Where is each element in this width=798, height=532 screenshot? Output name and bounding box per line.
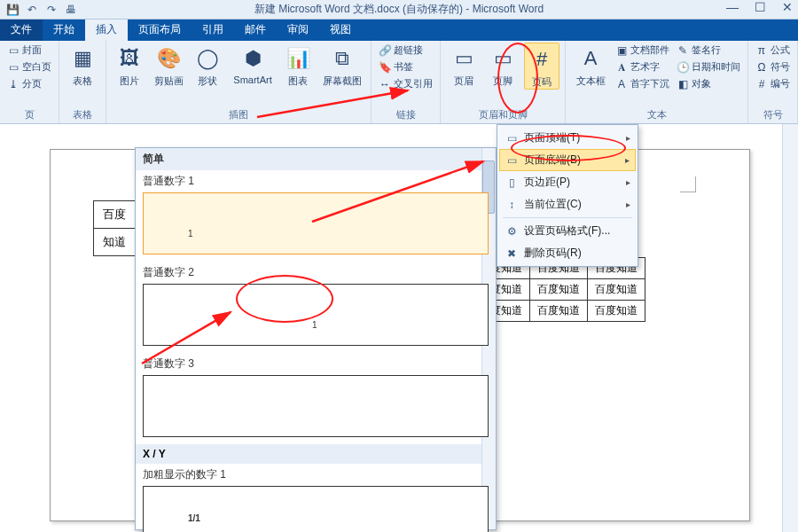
menu-label: 页面底端(B) (524, 153, 581, 168)
cover-page-label: 封面 (22, 43, 42, 57)
datetime-button[interactable]: 🕒日期和时间 (675, 59, 742, 74)
footer-label: 页脚 (485, 74, 520, 88)
ribbon-tabs: 文件 开始 插入 页面布局 引用 邮件 审阅 视图 (0, 20, 798, 41)
pictures-label: 图片 (112, 74, 147, 88)
shapes-button[interactable]: ◯形状 (190, 43, 225, 88)
table-cell: 百度知道 (588, 301, 645, 322)
chevron-right-icon: ▸ (626, 200, 630, 209)
dropcap-label: 首字下沉 (630, 77, 669, 90)
break-icon: ⤓ (7, 78, 20, 90)
blank-page-label: 空白页 (22, 60, 51, 74)
menu-label: 当前位置(C) (524, 197, 582, 212)
cover-page-button[interactable]: ▭封面 (5, 43, 53, 58)
preview-number: 1 (188, 229, 193, 239)
clipart-button[interactable]: 🎨剪贴画 (151, 43, 186, 88)
menu-label: 页面顶端(T) (524, 130, 580, 145)
table-cell: 百度 (94, 201, 136, 229)
number-label: 编号 (771, 77, 790, 90)
number-button[interactable]: #编号 (754, 76, 792, 91)
preview-number: 1 (312, 320, 317, 330)
page-number-icon: # (528, 45, 556, 74)
menu-label: 删除页码(R) (524, 246, 582, 261)
tab-file[interactable]: 文件 (0, 19, 43, 41)
margin-corner-mark (680, 176, 696, 192)
screenshot-button[interactable]: ⧉屏幕截图 (319, 43, 365, 88)
dropcap-button[interactable]: A首字下沉 (614, 76, 671, 91)
sigline-button[interactable]: ✎签名行 (675, 43, 742, 58)
smartart-label: SmartArt (229, 74, 277, 85)
tab-mailings[interactable]: 邮件 (234, 19, 277, 41)
page-break-button[interactable]: ⤓分页 (5, 76, 53, 91)
smartart-button[interactable]: ⬢SmartArt (229, 43, 277, 85)
gallery-item-label: 普通数字 1 (136, 170, 496, 191)
bookmark-button[interactable]: 🔖书签 (377, 59, 434, 74)
menu-remove-page-numbers[interactable]: ✖删除页码(R) (499, 242, 636, 264)
tab-review[interactable]: 审阅 (277, 19, 319, 41)
page-number-menu: ▭页面顶端(T)▸ ▭页面底端(B)▸ ▯页边距(P)▸ ↕当前位置(C)▸ ⚙… (497, 124, 638, 267)
gallery-item-plain-2[interactable]: 1 (143, 284, 489, 346)
table-cell: 百度知道 (588, 279, 645, 301)
footer-button[interactable]: ▭页脚 (485, 43, 520, 88)
menu-top-of-page[interactable]: ▭页面顶端(T)▸ (499, 127, 636, 149)
tab-view[interactable]: 视图 (319, 19, 362, 41)
gallery-item-bold-1[interactable]: 1/1 (143, 486, 489, 532)
gallery-item-plain-1[interactable]: 1 (143, 192, 489, 254)
close-button[interactable]: ✕ (782, 0, 793, 14)
page-number-label: 页码 (525, 75, 559, 89)
page-margin-icon: ▯ (505, 176, 519, 190)
menu-label: 设置页码格式(F)... (524, 223, 610, 239)
menu-label: 页边距(P) (524, 175, 570, 190)
gallery-item-label: 普通数字 2 (136, 262, 496, 282)
smartart-icon: ⬢ (239, 44, 267, 73)
group-header-footer-label: 页眉和页脚 (446, 106, 559, 123)
clipart-icon: 🎨 (154, 44, 183, 73)
page-number-button[interactable]: #页码 (524, 43, 559, 90)
title-bar: 💾 ↶ ↷ 🖶 新建 Microsoft Word 文档.docx (自动保存的… (0, 0, 798, 20)
menu-current-position[interactable]: ↕当前位置(C)▸ (499, 193, 636, 215)
object-icon: ◧ (677, 78, 689, 90)
blank-page-button[interactable]: ▭空白页 (5, 59, 53, 74)
pictures-button[interactable]: 🖼图片 (112, 43, 147, 88)
table-cell: 百度知道 (530, 301, 588, 322)
table-button[interactable]: ▦ 表格 (65, 43, 100, 88)
quickparts-label: 文档部件 (630, 43, 669, 57)
table-cell: 知道 (94, 229, 136, 256)
chevron-right-icon: ▸ (626, 133, 630, 143)
table-label: 表格 (65, 74, 100, 88)
chart-button[interactable]: 📊图表 (280, 43, 316, 88)
equation-button[interactable]: π公式 (754, 43, 792, 58)
chart-label: 图表 (280, 74, 316, 88)
crossref-label: 交叉引用 (394, 77, 433, 90)
tab-references[interactable]: 引用 (192, 19, 234, 41)
wordart-button[interactable]: 𝐀艺术字 (614, 59, 671, 74)
gallery-item-label: 加粗显示的数字 1 (136, 464, 496, 484)
textbox-button[interactable]: A文本框 (571, 43, 610, 88)
bookmark-label: 书签 (394, 60, 413, 74)
gallery-heading-simple: 简单 (136, 148, 496, 170)
menu-page-margins[interactable]: ▯页边距(P)▸ (499, 171, 636, 193)
maximize-button[interactable]: ☐ (755, 0, 766, 14)
symbol-button[interactable]: Ω符号 (754, 59, 792, 74)
menu-bottom-of-page[interactable]: ▭页面底端(B)▸ (499, 149, 636, 171)
group-pages: ▭封面 ▭空白页 ⤓分页 页 (0, 41, 59, 123)
group-text: A文本框 ▣文档部件 𝐀艺术字 A首字下沉 ✎签名行 🕒日期和时间 ◧对象 文本 (566, 41, 748, 123)
menu-format-page-numbers[interactable]: ⚙设置页码格式(F)... (499, 220, 636, 242)
vertical-scrollbar[interactable] (782, 124, 798, 532)
group-text-label: 文本 (571, 106, 742, 123)
chevron-right-icon: ▸ (625, 155, 630, 165)
gallery-item-plain-3[interactable] (143, 375, 489, 437)
tab-home[interactable]: 开始 (43, 19, 85, 41)
footer-icon: ▭ (489, 44, 517, 73)
crossref-button[interactable]: ↔交叉引用 (377, 76, 434, 91)
hyperlink-label: 超链接 (394, 43, 423, 57)
minimize-button[interactable]: — (726, 0, 739, 14)
hyperlink-button[interactable]: 🔗超链接 (377, 43, 434, 58)
object-button[interactable]: ◧对象 (675, 76, 742, 91)
table-icon: ▦ (68, 44, 97, 73)
tab-layout[interactable]: 页面布局 (128, 19, 192, 41)
tab-insert[interactable]: 插入 (85, 19, 128, 41)
remove-icon: ✖ (505, 246, 519, 261)
quickparts-button[interactable]: ▣文档部件 (614, 43, 671, 58)
ribbon: ▭封面 ▭空白页 ⤓分页 页 ▦ 表格 表格 🖼图片 🎨剪贴画 ◯形状 ⬢Sma… (0, 41, 798, 124)
header-button[interactable]: ▭页眉 (446, 43, 481, 88)
